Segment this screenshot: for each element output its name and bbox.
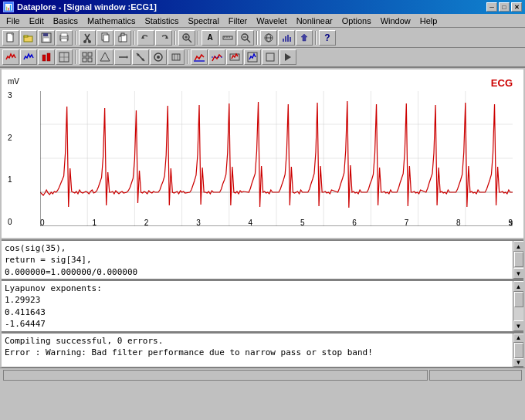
- menu-statistics[interactable]: Statistics: [140, 15, 183, 26]
- scroll-thumb[interactable]: [514, 252, 523, 267]
- app-close-button[interactable]: ✕: [511, 2, 522, 12]
- toolbar2-btn13[interactable]: [226, 49, 243, 65]
- toolbar-sep-1: [75, 31, 76, 45]
- toolbar2-btn11[interactable]: [191, 49, 208, 65]
- svg-rect-63: [266, 53, 274, 61]
- toolbar-zoom-in[interactable]: [178, 30, 195, 46]
- toolbar-text[interactable]: A: [202, 30, 218, 46]
- y-axis-label: mV: [8, 77, 19, 86]
- menu-window[interactable]: Window: [376, 15, 415, 26]
- toolbar-sep-2: [134, 31, 135, 45]
- status-panel-left: [3, 370, 428, 381]
- scroll-down-btn-3[interactable]: ▼: [513, 358, 524, 368]
- menu-wavelet[interactable]: Wavelet: [252, 15, 291, 26]
- toolbar2-btn15[interactable]: [262, 49, 279, 65]
- console-line-2: return = sig[34],: [5, 254, 510, 266]
- console-3-scrollbar[interactable]: ▲ ▼: [513, 334, 523, 367]
- lyapunov-val3: -1.64447: [5, 318, 510, 330]
- svg-rect-14: [103, 35, 109, 42]
- title-bar: 📊 Dataplore - [Signal window :ECG1] ─ □ …: [0, 0, 525, 14]
- scroll-track[interactable]: [513, 252, 524, 268]
- svg-rect-8: [61, 39, 67, 42]
- scroll-track-3[interactable]: [513, 343, 524, 358]
- toolbar2-btn12[interactable]: [208, 49, 225, 65]
- toolbar2-btn4[interactable]: [56, 49, 73, 65]
- toolbar2-btn6[interactable]: [97, 49, 113, 65]
- toolbar2-btn5[interactable]: [79, 49, 96, 65]
- toolbar-paste[interactable]: [114, 30, 131, 46]
- toolbar-sep-5: [256, 31, 258, 45]
- main-area: mV ECG s 3 2 1 0 0 1 2 3 4 5 6 7: [0, 68, 525, 381]
- toolbar-save[interactable]: [38, 30, 55, 46]
- svg-rect-4: [43, 33, 48, 36]
- toolbar-cut[interactable]: [79, 30, 96, 46]
- toolbar2-btn2[interactable]: [20, 49, 37, 65]
- toolbar2-btn7[interactable]: [114, 49, 131, 65]
- menu-filter[interactable]: Filter: [224, 15, 252, 26]
- scroll-thumb-2[interactable]: [514, 292, 523, 307]
- svg-rect-35: [285, 36, 286, 42]
- toolbar-undo[interactable]: [137, 30, 154, 46]
- toolbar-print[interactable]: [56, 30, 73, 46]
- menu-options[interactable]: Options: [337, 15, 376, 26]
- app-title: Dataplore - [Signal window :ECG1]: [17, 2, 157, 12]
- svg-rect-37: [290, 37, 291, 42]
- console-panel-3: Compiling successful, 0 errors. Error : …: [2, 332, 523, 368]
- scroll-up-btn[interactable]: ▲: [513, 241, 524, 252]
- console-line-3: 0.000000=1.000000/0.000000: [5, 266, 510, 278]
- menu-edit[interactable]: Edit: [25, 15, 49, 26]
- scroll-up-btn-3[interactable]: ▲: [513, 334, 524, 343]
- app-minimize-button[interactable]: ─: [486, 2, 497, 12]
- menu-mathematics[interactable]: Mathematics: [83, 15, 140, 26]
- svg-rect-5: [43, 38, 49, 42]
- toolbar2-btn9[interactable]: [150, 49, 167, 65]
- svg-line-29: [247, 39, 250, 42]
- lyapunov-val1: 1.29923: [5, 294, 510, 306]
- toolbar-zoom[interactable]: [237, 30, 254, 46]
- y-axis-ticks: 3 2 1 0: [8, 91, 12, 226]
- toolbar-help[interactable]: ?: [319, 30, 336, 46]
- toolbar-open[interactable]: [20, 30, 37, 46]
- console-1-scrollbar[interactable]: ▲ ▼: [513, 241, 523, 279]
- svg-rect-7: [61, 33, 67, 36]
- compile-success: Compiling successful, 0 errors.: [5, 335, 510, 347]
- scroll-down-btn[interactable]: ▼: [513, 268, 524, 279]
- toolbar2-btn10[interactable]: [168, 49, 185, 65]
- scroll-track-2[interactable]: [513, 292, 524, 320]
- toolbar-sep-6: [315, 31, 317, 45]
- app-maximize-button[interactable]: □: [499, 2, 510, 12]
- svg-point-12: [88, 40, 91, 43]
- compile-error: Error : Warning: Bad filter performance …: [5, 347, 510, 358]
- toolbar-globe[interactable]: [260, 30, 277, 46]
- menu-basics[interactable]: Basics: [49, 15, 83, 26]
- menu-help[interactable]: Help: [415, 15, 442, 26]
- toolbar-redo[interactable]: [155, 30, 172, 46]
- svg-point-52: [137, 54, 140, 56]
- toolbar2-btn14[interactable]: [244, 49, 261, 65]
- menu-file[interactable]: File: [2, 15, 25, 26]
- toolbar-copy[interactable]: [97, 30, 113, 46]
- console-2-scrollbar[interactable]: ▲ ▼: [513, 281, 523, 331]
- scroll-up-btn-2[interactable]: ▲: [513, 281, 524, 292]
- svg-rect-16: [121, 33, 124, 36]
- toolbar-export[interactable]: [296, 30, 313, 46]
- scroll-thumb-3[interactable]: [514, 343, 523, 358]
- series-label: ECG: [491, 77, 513, 89]
- svg-rect-59: [194, 60, 205, 62]
- svg-rect-34: [283, 39, 284, 42]
- toolbar-new[interactable]: [2, 30, 19, 46]
- menu-nonlinear[interactable]: Nonlinear: [292, 15, 337, 26]
- menu-spectral[interactable]: Spectral: [183, 15, 223, 26]
- toolbar-ruler[interactable]: [219, 30, 236, 46]
- toolbar-chart[interactable]: [278, 30, 295, 46]
- scroll-down-btn-2[interactable]: ▼: [513, 320, 524, 331]
- console-line-1: cos(sig(35),: [5, 242, 510, 254]
- toolbar2-btn8[interactable]: [132, 49, 149, 65]
- toolbar2-play[interactable]: [279, 49, 296, 65]
- status-panel-right: [429, 370, 522, 381]
- toolbar2-btn3[interactable]: [38, 49, 55, 65]
- console-panel-1: cos(sig(35), return = sig[34], 0.000000=…: [2, 239, 523, 279]
- toolbar2-sep-1: [75, 50, 76, 64]
- toolbar2-btn1[interactable]: [2, 49, 19, 65]
- svg-marker-50: [127, 56, 128, 59]
